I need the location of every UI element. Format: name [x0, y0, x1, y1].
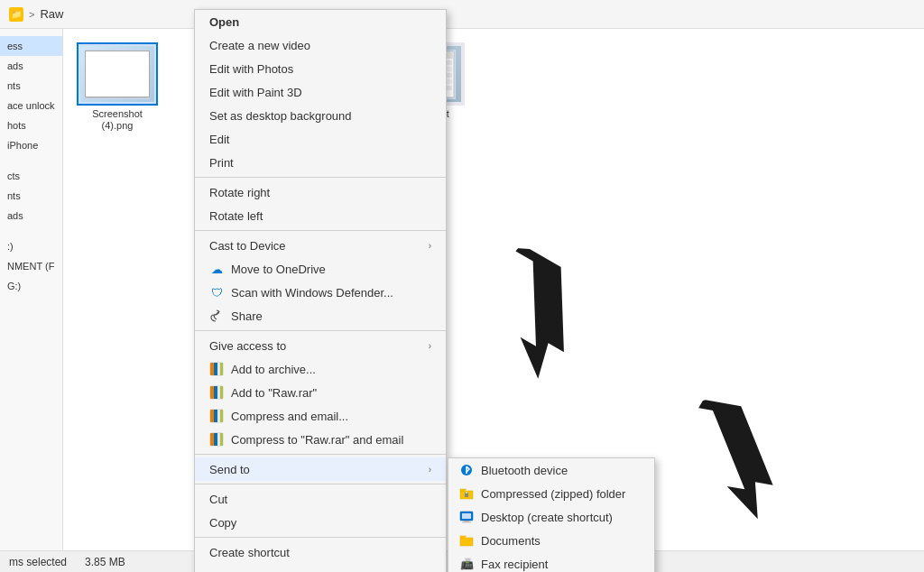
documents-icon	[459, 533, 474, 548]
menu-item-compress-email[interactable]: Compress and email...	[195, 404, 446, 428]
menu-item-edit-paint3d[interactable]: Edit with Paint 3D	[195, 80, 446, 104]
svg-rect-5	[111, 62, 143, 66]
title-bar: 📁 > Raw	[0, 0, 924, 29]
status-items-selected: ms selected	[9, 556, 67, 568]
menu-item-cast-to-device[interactable]: Cast to Device ›	[195, 234, 446, 257]
submenu-item-compressed-folder[interactable]: Compressed (zipped) folder	[448, 482, 654, 505]
menu-item-open[interactable]: Open	[195, 10, 446, 33]
svg-rect-31	[220, 410, 223, 422]
submenu-item-bluetooth[interactable]: Bluetooth device	[448, 458, 654, 482]
separator-1	[195, 177, 446, 178]
menu-item-give-access[interactable]: Give access to ›	[195, 334, 446, 357]
svg-rect-34	[214, 433, 217, 446]
sidebar: ess ads nts ace unlock hots iPhone cts n…	[0, 29, 63, 550]
menu-item-copy[interactable]: Copy	[195, 511, 446, 534]
svg-rect-36	[220, 433, 223, 446]
defender-icon: 🛡	[209, 285, 224, 300]
send-to-submenu: Bluetooth device Compressed (zipped) fol…	[448, 457, 655, 572]
svg-rect-24	[214, 386, 217, 399]
menu-item-set-desktop[interactable]: Set as desktop background	[195, 104, 446, 127]
bluetooth-icon	[459, 463, 474, 477]
menu-item-print[interactable]: Print	[195, 151, 446, 174]
sidebar-item-2[interactable]: nts	[0, 76, 62, 96]
svg-rect-29	[214, 410, 217, 422]
file-thumb-inner-1	[80, 46, 154, 102]
sidebar-item-5[interactable]: iPhone	[0, 135, 62, 155]
menu-item-delete[interactable]: Delete	[195, 564, 446, 572]
svg-rect-43	[462, 522, 471, 523]
svg-rect-35	[217, 433, 220, 446]
send-to-arrow-icon: ›	[429, 465, 431, 475]
svg-rect-7	[111, 72, 143, 75]
svg-rect-42	[464, 521, 469, 522]
svg-rect-26	[220, 386, 223, 399]
menu-item-add-to-raw[interactable]: Add to "Raw.rar"	[195, 381, 446, 404]
file-name-1: Screenshot (4).png	[77, 108, 158, 132]
menu-item-share[interactable]: Share	[195, 304, 446, 328]
svg-rect-6	[111, 68, 143, 70]
give-access-arrow-icon: ›	[429, 341, 431, 351]
menu-item-defender[interactable]: 🛡 Scan with Windows Defender...	[195, 281, 446, 304]
menu-item-compress-raw-email[interactable]: Compress to "Raw.rar" and email	[195, 428, 446, 451]
sidebar-item-10	[0, 226, 62, 236]
desktop-icon	[459, 510, 474, 524]
file-thumb-1	[77, 42, 158, 106]
menu-item-onedrive[interactable]: ☁ Move to OneDrive	[195, 257, 446, 281]
menu-item-add-archive[interactable]: Add to archive...	[195, 357, 446, 381]
svg-rect-25	[217, 386, 220, 399]
folder-icon: 📁	[9, 7, 23, 22]
svg-rect-0	[86, 50, 149, 99]
sidebar-item-6	[0, 155, 62, 166]
separator-5	[195, 484, 446, 484]
separator-3	[195, 330, 446, 331]
menu-item-rotate-left[interactable]: Rotate left	[195, 204, 446, 227]
menu-item-create-shortcut[interactable]: Create shortcut	[195, 540, 446, 564]
submenu-item-desktop[interactable]: Desktop (create shortcut)	[448, 505, 654, 529]
svg-rect-30	[217, 410, 220, 422]
winrar-icon-2	[209, 385, 224, 400]
svg-rect-20	[217, 363, 220, 375]
sidebar-item-1[interactable]: ads	[0, 56, 62, 76]
svg-rect-2	[88, 51, 147, 59]
svg-rect-8	[111, 77, 143, 79]
svg-rect-39	[466, 492, 467, 494]
sidebar-item-4[interactable]: hots	[0, 115, 62, 135]
sidebar-item-8[interactable]: nts	[0, 186, 62, 206]
zip-folder-icon	[459, 486, 474, 501]
svg-rect-33	[210, 433, 214, 446]
svg-rect-19	[214, 363, 217, 375]
menu-item-edit-photos[interactable]: Edit with Photos	[195, 57, 446, 80]
separator-2	[195, 230, 446, 231]
separator-6	[195, 537, 446, 538]
context-menu: Open Create a new video Edit with Photos…	[194, 9, 447, 572]
submenu-item-fax[interactable]: 📠 Fax recipient	[448, 552, 654, 572]
folder-name: Raw	[40, 7, 63, 21]
file-item-1[interactable]: Screenshot (4).png	[77, 42, 158, 132]
sidebar-item-7[interactable]: cts	[0, 166, 62, 186]
winrar-icon-4	[209, 432, 224, 447]
sidebar-item-11[interactable]: :)	[0, 236, 62, 256]
fax-icon: 📠	[459, 557, 474, 571]
onedrive-icon: ☁	[209, 262, 224, 276]
svg-rect-23	[210, 386, 214, 399]
cast-arrow-icon: ›	[429, 241, 431, 251]
svg-rect-21	[220, 363, 223, 375]
sidebar-item-3[interactable]: ace unlock	[0, 96, 62, 115]
winrar-icon-3	[209, 409, 224, 423]
menu-item-edit[interactable]: Edit	[195, 127, 446, 151]
svg-rect-4	[109, 60, 145, 92]
menu-item-create-new-video[interactable]: Create a new video	[195, 33, 446, 57]
breadcrumb-arrow: >	[29, 9, 34, 20]
menu-item-cut[interactable]: Cut	[195, 487, 446, 511]
sidebar-item-13[interactable]: G:)	[0, 276, 62, 296]
winrar-icon-1	[209, 362, 224, 376]
svg-rect-28	[210, 410, 214, 422]
submenu-item-documents[interactable]: Documents	[448, 529, 654, 552]
separator-4	[195, 454, 446, 455]
sidebar-item-9[interactable]: ads	[0, 206, 62, 226]
menu-item-rotate-right[interactable]: Rotate right	[195, 180, 446, 204]
sidebar-item-0[interactable]: ess	[0, 36, 62, 56]
sidebar-item-12[interactable]: NMENT (F	[0, 256, 62, 276]
svg-rect-18	[210, 363, 214, 375]
menu-item-send-to[interactable]: Send to › Bluetooth device	[195, 457, 446, 481]
